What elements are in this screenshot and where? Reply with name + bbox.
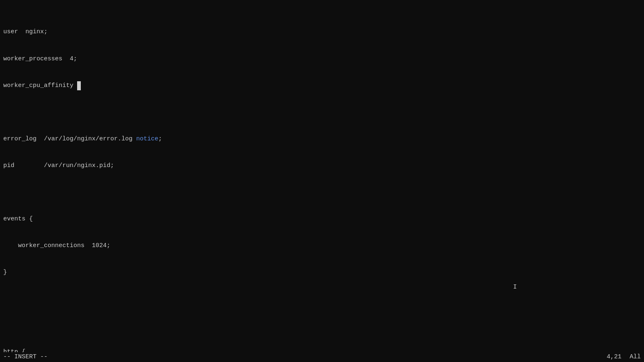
line-2: worker_processes 4;	[0, 55, 644, 64]
editor-container[interactable]: user nginx; worker_processes 4; worker_c…	[0, 0, 644, 362]
line-9: worker_connections 1024;	[0, 241, 644, 250]
line-10: }	[0, 268, 644, 277]
line-11	[0, 295, 644, 303]
line-7	[0, 188, 644, 197]
status-mode: -- INSERT --	[3, 353, 607, 362]
insert-mode-label: -- INSERT --	[3, 353, 48, 360]
code-area: user nginx; worker_processes 4; worker_c…	[0, 1, 644, 362]
line-12	[0, 321, 644, 330]
cursor-indicator: I	[513, 283, 517, 292]
line-4	[0, 108, 644, 117]
status-right: 4,21 All	[607, 353, 641, 362]
line-3: worker_cpu_affinity	[0, 81, 644, 90]
line-1: user nginx;	[0, 27, 644, 37]
status-bar: -- INSERT -- 4,21 All	[0, 352, 644, 362]
line-6: pid /var/run/nginx.pid;	[0, 161, 644, 170]
line-8: events {	[0, 215, 644, 224]
line-5: error_log /var/log/nginx/error.log notic…	[0, 135, 644, 144]
cursor-position: 4,21	[607, 353, 621, 362]
scroll-position: All	[630, 353, 641, 362]
